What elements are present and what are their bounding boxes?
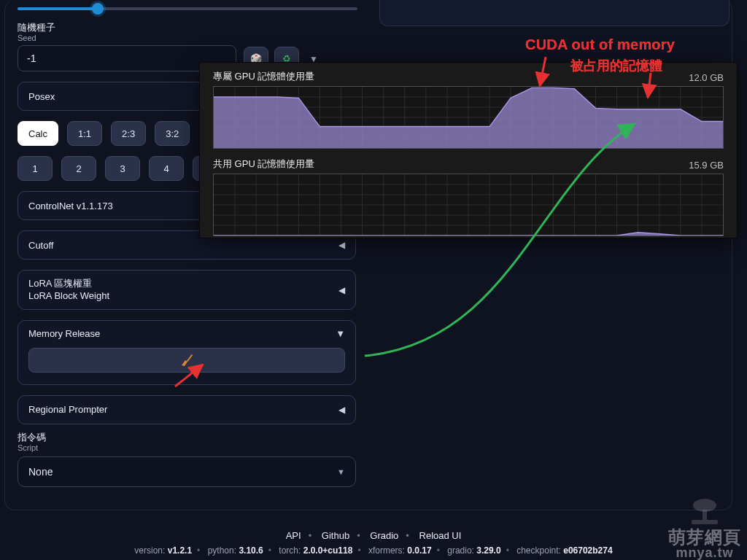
aspect-1-1-button[interactable]: 1:1 xyxy=(67,121,102,146)
annotation-occupied: 被占用的記憶體 xyxy=(570,57,662,74)
accordion-regional-prompter[interactable]: Regional Prompter ◀ xyxy=(18,395,356,424)
gpu-shared-chart xyxy=(213,174,724,236)
slider-fill xyxy=(18,7,96,10)
gpu-dedicated-cap: 12.0 GB xyxy=(689,72,724,83)
aspect-3-2-button[interactable]: 3:2 xyxy=(155,121,190,146)
seed-label-en: Seed xyxy=(18,34,365,42)
chevron-left-icon: ◀ xyxy=(338,405,345,415)
accordion-memory-release: Memory Release ▼ xyxy=(18,320,356,385)
footer-meta: version: v1.2.1• python: 3.10.6• torch: … xyxy=(0,545,747,556)
accordion-cutoff-title: Cutoff xyxy=(28,240,53,251)
footer: API• Github• Gradio• Reload UI version: … xyxy=(0,530,747,556)
svg-rect-57 xyxy=(703,510,707,520)
accordion-posex-title: Posex xyxy=(28,91,55,102)
chevron-left-icon: ◀ xyxy=(338,285,345,295)
gpu-shared-label: 共用 GPU 記憶體使用量 xyxy=(213,158,314,171)
sampling-slider[interactable] xyxy=(9,1,365,18)
gpu-dedicated-chart xyxy=(213,86,724,149)
memory-release-button[interactable] xyxy=(28,348,345,373)
preset-2-button[interactable]: 2 xyxy=(61,156,96,181)
accordion-controlnet-title: ControlNet v1.1.173 xyxy=(28,201,113,211)
caret-down-icon: ▼ xyxy=(337,467,345,476)
gpu-memory-panel: 專屬 GPU 記憶體使用量 12.0 GB 共用 GPU 記憶體使用量 15.9… xyxy=(200,63,737,238)
aspect-calc-button[interactable]: Calc xyxy=(18,121,58,146)
accordion-lora-block-weight[interactable]: LoRA 區塊權重 LoRA Block Weight ◀ xyxy=(18,270,356,310)
script-selected: None xyxy=(28,466,53,478)
aspect-2-3-button[interactable]: 2:3 xyxy=(111,121,146,146)
gpu-dedicated-label: 專屬 GPU 記憶體使用量 xyxy=(213,70,314,83)
script-label-en: Script xyxy=(18,443,365,452)
memory-release-title: Memory Release xyxy=(28,328,100,339)
lora-block-title-zh: LoRA 區塊權重 xyxy=(28,278,109,289)
footer-link-reload[interactable]: Reload UI xyxy=(419,530,462,541)
chevron-down-icon[interactable]: ▼ xyxy=(336,328,345,339)
script-dropdown[interactable]: None ▼ xyxy=(18,456,356,487)
chevron-left-icon: ◀ xyxy=(338,240,345,250)
footer-link-api[interactable]: API xyxy=(286,530,301,541)
svg-rect-58 xyxy=(692,520,718,524)
regional-prompter-title: Regional Prompter xyxy=(28,404,107,415)
slider-thumb[interactable] xyxy=(92,3,104,15)
sprout-icon xyxy=(687,497,722,526)
svg-point-56 xyxy=(693,499,716,512)
lora-block-title-en: LoRA Block Weight xyxy=(28,290,109,302)
gpu-shared-cap: 15.9 GB xyxy=(689,160,724,171)
annotation-oom: CUDA out of memory xyxy=(525,36,675,53)
broom-icon xyxy=(179,354,194,367)
preset-1-button[interactable]: 1 xyxy=(18,156,53,181)
preset-3-button[interactable]: 3 xyxy=(105,156,140,181)
right-panel-placeholder xyxy=(379,0,729,26)
footer-link-gradio[interactable]: Gradio xyxy=(370,530,398,541)
script-label-zh: 指令碼 xyxy=(18,432,365,443)
preset-4-button[interactable]: 4 xyxy=(149,156,184,181)
seed-label-zh: 隨機種子 xyxy=(18,22,365,34)
footer-link-github[interactable]: Github xyxy=(322,530,349,541)
